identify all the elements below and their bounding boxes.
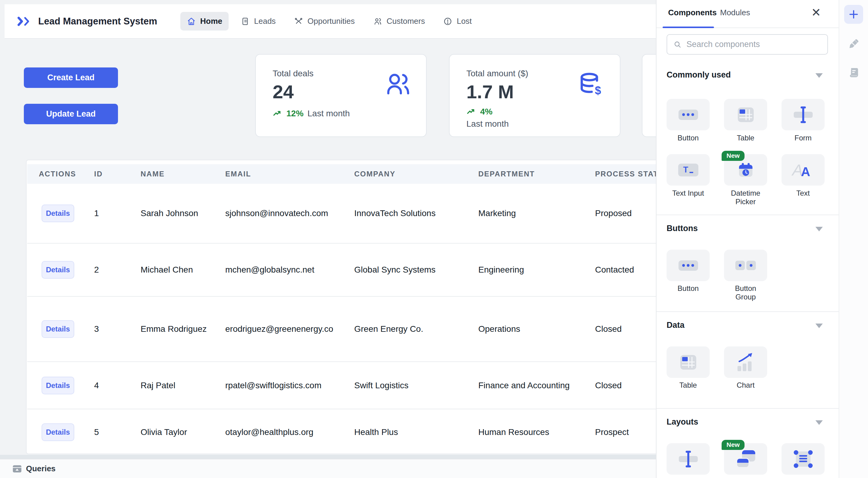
component-search[interactable] — [666, 34, 828, 55]
cell-status: Prospect — [595, 427, 629, 437]
chevron-down-icon[interactable] — [815, 323, 823, 328]
cell-department: Finance and Accounting — [478, 381, 570, 390]
column-header-email[interactable]: EMAIL — [225, 164, 251, 184]
text-icon: AA — [793, 160, 814, 180]
component-tile-datetime-picker[interactable]: New — [724, 154, 767, 185]
cell-status: Closed — [595, 381, 622, 390]
cell-company: InnovaTech Solutions — [354, 208, 436, 218]
component-tile-chart[interactable] — [724, 346, 767, 378]
add-widgets-button[interactable] — [844, 5, 863, 24]
column-header-name[interactable]: NAME — [141, 164, 165, 184]
component-tile-modal[interactable]: New — [724, 443, 767, 475]
table-icon — [679, 354, 697, 371]
details-button[interactable]: Details — [41, 205, 74, 222]
stat-delta: 4% — [480, 107, 492, 116]
column-header-company[interactable]: COMPANY — [354, 164, 396, 184]
cell-name: Raj Patel — [141, 381, 176, 390]
tab-modules[interactable]: Modules — [720, 8, 750, 18]
nav-tab-lost[interactable]: Lost — [437, 12, 478, 31]
canvas-bottom-edge — [0, 455, 656, 459]
cell-email: rpatel@swiftlogistics.com — [225, 381, 321, 390]
details-button[interactable]: Details — [41, 377, 74, 395]
editor-side-toolbar — [839, 0, 868, 478]
table-row: Details 2 Michael Chen mchen@globalsync.… — [27, 243, 656, 296]
page-title: Lead Management System — [38, 16, 157, 27]
nav-tab-leads[interactable]: Leads — [234, 12, 282, 31]
cell-company: Green Energy Co. — [354, 324, 423, 334]
component-tile-text[interactable]: AA — [781, 154, 825, 185]
column-header-process-status[interactable]: PROCESS STATUS — [595, 164, 656, 184]
cell-name: Emma Rodriguez — [141, 324, 207, 334]
details-button[interactable]: Details — [41, 320, 74, 338]
chevron-down-icon[interactable] — [815, 73, 823, 78]
component-tile-button[interactable] — [666, 250, 710, 281]
tile-label: Text — [781, 189, 825, 198]
component-tile-container[interactable] — [781, 443, 825, 475]
cell-company: Health Plus — [354, 427, 398, 437]
chevron-down-icon[interactable] — [815, 227, 823, 231]
button-icon — [679, 110, 698, 120]
section-title-layouts: Layouts — [666, 417, 699, 427]
search-input[interactable] — [686, 39, 814, 49]
new-badge: New — [722, 151, 745, 161]
create-lead-button[interactable]: Create Lead — [24, 67, 118, 88]
cell-name: Sarah Johnson — [141, 208, 198, 218]
section-divider — [656, 408, 839, 409]
button-group-icon — [735, 261, 756, 270]
component-tile-button[interactable] — [666, 99, 710, 130]
nav-tabs: Home Leads Opportunities — [180, 4, 478, 38]
cell-email: sjohnson@innovatech.com — [225, 208, 328, 218]
users-icon — [384, 70, 411, 99]
app-logo-double-chevron-icon — [18, 16, 31, 26]
table-header-row: ACTIONS ID NAME EMAIL COMPANY DEPARTMENT… — [27, 164, 656, 184]
nav-tab-opportunities[interactable]: Opportunities — [288, 12, 361, 31]
nav-tab-home[interactable]: Home — [180, 12, 228, 31]
column-header-department[interactable]: DEPARTMENT — [478, 164, 535, 184]
tab-components[interactable]: Components — [668, 8, 717, 18]
component-tile-table[interactable] — [724, 99, 767, 130]
new-badge: New — [722, 440, 745, 450]
form-icon — [678, 450, 699, 469]
cell-department: Operations — [478, 324, 520, 334]
cell-name: Olivia Taylor — [141, 427, 187, 437]
nav-tab-customers[interactable]: Customers — [367, 12, 432, 31]
active-tab-indicator — [662, 27, 714, 28]
component-tile-table[interactable] — [666, 346, 710, 378]
app-canvas: Lead Management System Home Leads — [0, 0, 656, 478]
cell-id: 4 — [94, 381, 99, 390]
cell-email: erodriguez@greenenergy.co — [225, 324, 333, 334]
tile-label: Text Input — [666, 189, 710, 198]
details-button[interactable]: Details — [41, 423, 74, 441]
trending-up-icon — [273, 109, 282, 118]
queries-bottom-pane[interactable]: Queries — [0, 459, 656, 478]
section-title-data: Data — [666, 320, 685, 330]
column-header-actions[interactable]: ACTIONS — [39, 164, 76, 184]
details-button[interactable]: Details — [41, 261, 74, 279]
component-tile-form[interactable] — [781, 99, 825, 130]
column-header-id[interactable]: ID — [94, 164, 103, 184]
database-dollar-icon: $ — [577, 70, 605, 100]
cell-status: Closed — [595, 324, 622, 334]
chevron-down-icon[interactable] — [815, 420, 823, 425]
update-lead-button[interactable]: Update Lead — [24, 104, 118, 124]
stat-card-partial — [642, 54, 656, 137]
queries-label: Queries — [26, 464, 56, 473]
component-tile-layout-input[interactable] — [666, 443, 710, 475]
home-icon — [187, 17, 196, 26]
tile-label: Form — [781, 134, 825, 142]
close-icon[interactable]: ✕ — [811, 7, 821, 18]
edit-icon[interactable] — [848, 38, 860, 50]
stat-card-total-amount: Total amount ($) 1.7 M 4% Last month $ — [449, 54, 620, 137]
leads-table: ACTIONS ID NAME EMAIL COMPANY DEPARTMENT… — [26, 160, 656, 454]
users-icon — [373, 17, 382, 26]
script-icon[interactable] — [848, 67, 860, 79]
tile-label: Datetime Picker — [724, 189, 767, 206]
stat-period: Last month — [466, 119, 620, 129]
cell-department: Marketing — [478, 208, 516, 218]
cell-email: mchen@globalsync.net — [225, 265, 314, 275]
section-title-commonly-used: Commonly used — [666, 70, 731, 80]
cell-id: 2 — [94, 265, 99, 275]
cell-id: 5 — [94, 427, 99, 437]
component-tile-button-group[interactable] — [724, 250, 767, 281]
component-tile-text-input[interactable]: T — [666, 154, 710, 185]
